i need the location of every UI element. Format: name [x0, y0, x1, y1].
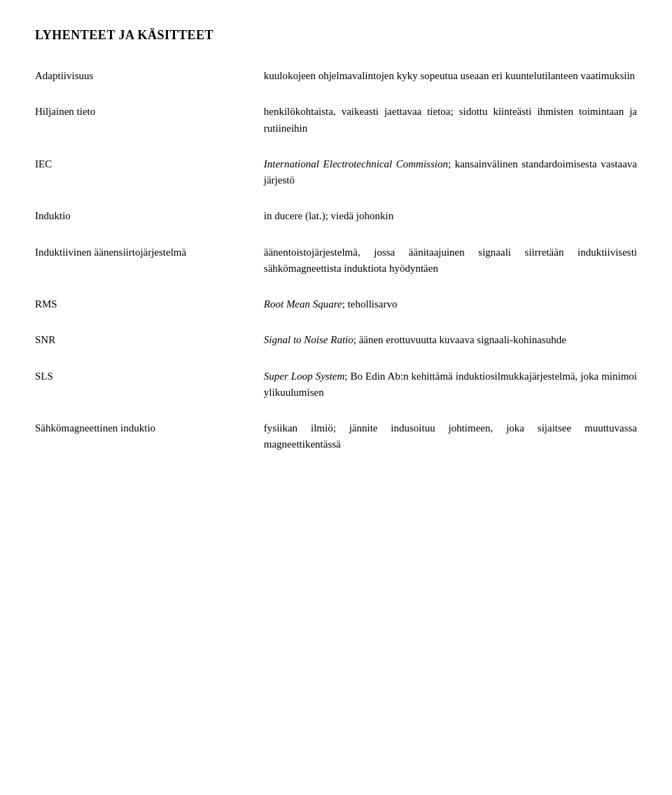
glossary-row: SNRSignal to Noise Ratio; äänen erottuvu…	[35, 332, 637, 348]
glossary-row: IECInternational Electrotechnical Commis…	[35, 156, 637, 189]
term-4: Induktiivinen äänensiirtojärjestelmä	[35, 244, 264, 261]
glossary-row: RMSRoot Mean Square; tehollisarvo	[35, 296, 637, 312]
glossary-row: Adaptiivisuuskuulokojeen ohjelmavalintoj…	[35, 68, 637, 84]
definition-7: Super Loop System; Bo Edin Ab:n kehittäm…	[264, 368, 637, 401]
definition-3: in ducere (lat.); viedä johonkin	[264, 208, 637, 224]
definition-8: fysiikan ilmiö; jännite indusoituu johti…	[264, 420, 637, 453]
definition-5: Root Mean Square; tehollisarvo	[264, 296, 637, 312]
term-1: Hiljainen tieto	[35, 104, 264, 120]
term-6: SNR	[35, 332, 264, 348]
term-3: Induktio	[35, 208, 264, 224]
glossary-row: Induktioin ducere (lat.); viedä johonkin	[35, 208, 637, 224]
definition-2: International Electrotechnical Commissio…	[264, 156, 637, 189]
page-title: LYHENTEET JA KÄSITTEET	[35, 28, 637, 43]
glossary-row: Sähkömagneettinen induktiofysiikan ilmiö…	[35, 420, 637, 453]
glossary-row: Induktiivinen äänensiirtojärjestelmäääne…	[35, 244, 637, 277]
term-0: Adaptiivisuus	[35, 68, 264, 84]
definition-6: Signal to Noise Ratio; äänen erottuvuutt…	[264, 332, 637, 348]
term-5: RMS	[35, 296, 264, 312]
glossary-row: SLSSuper Loop System; Bo Edin Ab:n kehit…	[35, 368, 637, 401]
term-8: Sähkömagneettinen induktio	[35, 420, 264, 436]
glossary-list: Adaptiivisuuskuulokojeen ohjelmavalintoj…	[35, 68, 637, 453]
definition-1: henkilökohtaista, vaikeasti jaettavaa ti…	[264, 104, 637, 137]
definition-4: äänentoistojärjestelmä, jossa äänitaajui…	[264, 244, 637, 277]
term-2: IEC	[35, 156, 264, 172]
glossary-row: Hiljainen tietohenkilökohtaista, vaikeas…	[35, 104, 637, 137]
definition-0: kuulokojeen ohjelmavalintojen kyky sopeu…	[264, 68, 637, 84]
term-7: SLS	[35, 368, 264, 385]
